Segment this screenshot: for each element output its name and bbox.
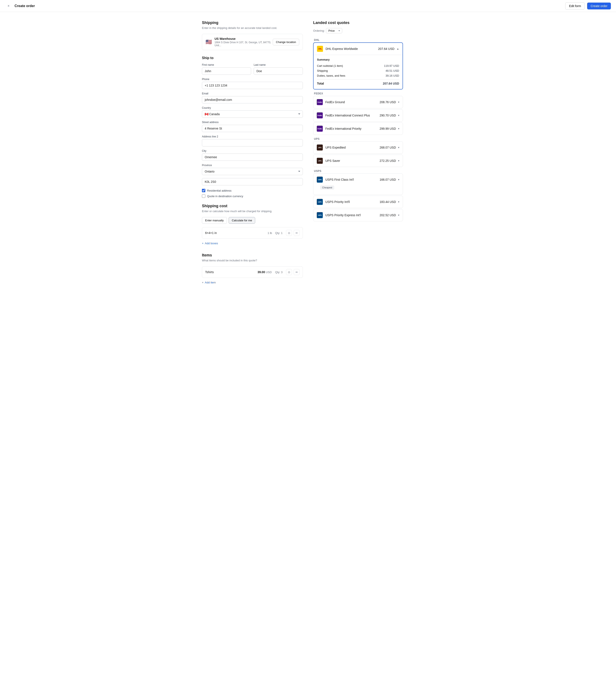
carrier-row-fedex-intl-priority[interactable]: FedEx FedEx International Priority 299.9… [313,123,403,135]
address-line2-input[interactable] [202,139,303,147]
change-location-button[interactable]: Change location [273,39,299,46]
usps-priority-logo: USPS [317,199,323,205]
item-price: 39.00 USD [257,270,272,274]
carrier-row-usps-priority[interactable]: USPS USPS Priority Int'll 183.44 USD ▾ [313,196,403,208]
ups-saver-chevron-icon: ▾ [398,159,399,162]
close-button[interactable]: × [5,3,12,10]
carrier-price-dhl-express: 207.64 USD [378,47,394,51]
summary-label-total: Total [317,82,324,85]
warehouse-box: 🇺🇸 US Warehouse 1664 S Dixie Drive H 107… [202,34,303,50]
province-select[interactable]: Ontario Quebec British Columbia Alberta [202,168,303,175]
items-subtitle: What items should be included in this qu… [202,259,303,262]
summary-value-duties: 39.16 USD [385,74,399,77]
usps-first-class-chevron-icon: ▾ [398,178,399,181]
add-item-plus-icon: + [202,281,204,284]
shipping-cost-buttons: Enter manually Calculate for me [202,217,303,224]
country-select[interactable]: 🇨🇦 Canada 🇺🇸 United States 🇬🇧 United Kin… [202,111,303,118]
quotes-title: Landed cost quotes [313,21,403,25]
carrier-card-dhl-express: DHL DHL Express Worldwide 207.64 USD ▲ S… [313,42,403,89]
summary-label-subtotal: Cart subtotal (1 item) [317,64,343,67]
carrier-name-fedex-intl-connect: FedEx International Connect Plus [325,114,380,117]
carrier-price-fedex-intl-connect: 290.70 USD [380,114,396,117]
create-order-button[interactable]: Create order [587,3,611,10]
country-group: Country 🇨🇦 Canada 🇺🇸 United States 🇬🇧 Un… [202,107,303,118]
carrier-name-fedex-ground: FedEx Ground [325,100,380,104]
first-name-input[interactable] [202,67,251,75]
cheapest-badge: Cheapest [320,186,334,189]
ordering-select[interactable]: Price Name Carrier [326,28,342,34]
shipping-cost-section: Shipping cost Enter or calculate how muc… [202,204,303,246]
fedex-intl-priority-chevron-icon: ▾ [398,127,399,130]
carrier-name-ups-expedited: UPS Expedited [325,146,380,149]
header: × Create order Edit form Create order [0,0,616,12]
add-boxes-row[interactable]: + Add boxes [202,240,303,246]
summary-row-duties: Duties, taxes, and fees 39.16 USD [317,73,399,78]
postal-code-group [202,178,303,185]
carrier-row-dhl-express[interactable]: DHL DHL Express Worldwide 207.64 USD ▲ [313,43,402,55]
dhl-summary-box: Summary Cart subtotal (1 item) 119.97 US… [313,55,402,89]
quote-currency-checkbox[interactable] [202,195,205,198]
province-label: Province [202,164,303,167]
calculate-button[interactable]: Calculate for me [229,217,255,224]
first-name-group: First name [202,63,251,75]
carrier-row-usps-priority-express[interactable]: USPS USPS Priority Express Int'l 202.52 … [313,209,403,221]
province-group: Province Ontario Quebec British Columbia… [202,164,303,175]
last-name-group: Last name [254,63,303,75]
summary-label-shipping: Shipping [317,69,328,72]
item-actions: ⊙ ✏ [286,269,300,275]
street-address-input[interactable] [202,125,303,132]
package-name: 6×4×1 in [205,231,268,235]
item-qty: Qty: 3 [275,271,283,274]
city-input[interactable] [202,153,303,161]
ups-saver-logo: UPS [317,158,323,164]
item-info-button[interactable]: ⊙ [286,269,292,275]
edit-form-button[interactable]: Edit form [565,2,585,10]
summary-row-subtotal: Cart subtotal (1 item) 119.97 USD [317,63,399,68]
warehouse-flag-icon: 🇺🇸 [206,39,212,45]
phone-input[interactable] [202,82,303,89]
email-input[interactable] [202,96,303,103]
carrier-price-fedex-intl-priority: 299.99 USD [380,127,396,130]
item-edit-button[interactable]: ✏ [294,269,300,275]
city-label: City [202,149,303,152]
dhl-express-logo: DHL [317,46,323,52]
carrier-row-fedex-ground[interactable]: FedEx FedEx Ground 208.76 USD ▾ [313,96,403,108]
package-edit-button[interactable]: ✏ [294,230,300,236]
carrier-price-usps-priority-express: 202.52 USD [380,213,396,217]
carrier-row-fedex-intl-connect[interactable]: FedEx FedEx International Connect Plus 2… [313,109,403,121]
enter-manually-button[interactable]: Enter manually [202,217,227,224]
carrier-section-ups: UPS UPS UPS Expedited 268.07 USD ▾ UPS U… [313,136,403,167]
page-title: Create order [14,4,565,8]
street-address-label: Street address [202,121,303,124]
country-select-wrapper: 🇨🇦 Canada 🇺🇸 United States 🇬🇧 United Kin… [202,111,303,118]
carrier-price-ups-saver: 272.25 USD [380,159,396,162]
residential-label: Residential address [207,189,231,192]
right-panel: Landed cost quotes Ordering: Price Name … [313,21,403,285]
add-item-row[interactable]: + Add item [202,279,303,285]
carrier-row-usps-first-class[interactable]: USPS USPS First Class Int'l 166.07 USD ▾ [313,174,403,186]
package-row: 6×4×1 in 1 lb Qty: 1 ⊙ ✏ [202,227,303,239]
first-name-label: First name [202,63,251,66]
package-info-button[interactable]: ⊙ [286,230,292,236]
fedex-intl-connect-logo: FedEx [317,112,323,118]
carrier-row-ups-saver[interactable]: UPS UPS Saver 272.25 USD ▾ [313,155,403,167]
left-panel: Shipping Enter in the shipping details f… [202,21,313,285]
summary-value-subtotal: 119.97 USD [384,64,399,67]
residential-checkbox[interactable] [202,189,205,192]
package-details: 1 lb Qty: 1 [268,232,283,235]
add-boxes-plus-icon: + [202,242,204,245]
warehouse-name: US Warehouse [215,37,273,40]
usps-priority-express-chevron-icon: ▾ [398,214,399,217]
summary-title: Summary [317,58,399,61]
residential-checkbox-group: Residential address [202,189,303,192]
carrier-row-ups-expedited[interactable]: UPS UPS Expedited 268.07 USD ▾ [313,141,403,153]
ups-expedited-logo: UPS [317,145,323,150]
usps-priority-chevron-icon: ▾ [398,200,399,203]
postal-code-input[interactable] [202,178,303,185]
warehouse-address: 1664 S Dixie Drive H 107, St. George, UT… [215,41,273,47]
carrier-name-usps-first-class: USPS First Class Int'l [325,178,380,181]
carrier-name-fedex-intl-priority: FedEx International Priority [325,127,380,130]
quote-currency-checkbox-group: Quote in destination currency [202,195,303,198]
last-name-input[interactable] [254,67,303,75]
country-label: Country [202,107,303,109]
